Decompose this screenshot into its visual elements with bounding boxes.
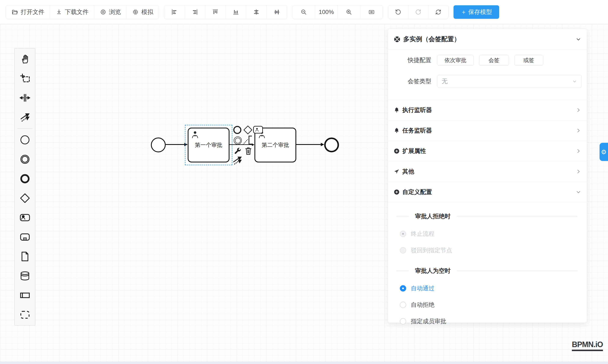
bpmn-io-logo[interactable]: BPMN.iO bbox=[572, 340, 603, 351]
lasso-tool-icon[interactable] bbox=[15, 69, 35, 88]
connect-tool-icon[interactable] bbox=[232, 155, 243, 166]
end-event[interactable] bbox=[324, 138, 339, 152]
align-left-icon bbox=[171, 9, 178, 15]
section-extended-properties[interactable]: 扩展属性 bbox=[388, 141, 587, 161]
zoom-reset-button[interactable] bbox=[360, 5, 383, 19]
preview-button[interactable]: 浏览 bbox=[94, 5, 127, 19]
radio-auto-pass[interactable]: 自动通过 bbox=[400, 284, 587, 293]
align-center-horizontal-button[interactable] bbox=[246, 5, 267, 19]
append-end-event-icon[interactable] bbox=[233, 126, 241, 134]
participant-pool-icon[interactable] bbox=[15, 286, 35, 305]
panel-title: 多实例（会签配置） bbox=[403, 35, 573, 43]
chevron-right-icon bbox=[576, 169, 581, 174]
sequence-flow-3[interactable] bbox=[296, 144, 321, 145]
zoom-out-button[interactable] bbox=[292, 5, 315, 19]
arrowhead bbox=[321, 143, 324, 146]
radio-terminate-process: 终止流程 bbox=[400, 229, 587, 238]
refresh-button[interactable] bbox=[428, 5, 448, 19]
append-text-annotation-icon[interactable] bbox=[242, 134, 253, 146]
radio-disabled bbox=[400, 247, 406, 254]
radio-unselected[interactable] bbox=[400, 302, 406, 308]
task-label: 第一个审批 bbox=[195, 141, 222, 149]
zoom-in-button[interactable] bbox=[338, 5, 360, 19]
quick-option-sequential[interactable]: 依次审批 bbox=[437, 55, 474, 65]
folder-open-icon bbox=[12, 9, 18, 15]
group-icon[interactable] bbox=[15, 305, 35, 325]
start-event[interactable] bbox=[151, 138, 166, 152]
sequence-flow-1[interactable] bbox=[166, 144, 185, 145]
save-model-button[interactable]: ＋ 保存模型 bbox=[453, 5, 499, 19]
task-label: 第二个审批 bbox=[262, 141, 289, 149]
radio-auto-reject[interactable]: 自动拒绝 bbox=[400, 300, 587, 309]
panel-sections: 执行监听器 任务监听器 扩展属性 bbox=[388, 100, 587, 202]
zoom-out-icon bbox=[300, 9, 307, 15]
radio-assign-member[interactable]: 指定成员审批 bbox=[400, 317, 587, 326]
sign-type-select[interactable]: 无 bbox=[437, 75, 582, 88]
save-model-label: 保存模型 bbox=[468, 8, 492, 16]
chevron-down-icon[interactable] bbox=[576, 37, 581, 42]
section-other[interactable]: 其他 bbox=[388, 161, 587, 182]
zoom-reset-1-1-icon bbox=[368, 9, 375, 15]
radio-label: 自动拒绝 bbox=[411, 301, 435, 309]
subprocess-icon[interactable] bbox=[15, 227, 35, 247]
align-bottom-button[interactable] bbox=[226, 5, 246, 19]
append-gateway-icon[interactable] bbox=[243, 125, 253, 135]
settings-tab[interactable]: ⚙ bbox=[600, 143, 608, 161]
quick-option-countersign[interactable]: 会签 bbox=[479, 55, 509, 65]
palette bbox=[14, 48, 35, 325]
hand-tool-icon[interactable] bbox=[15, 49, 35, 69]
properties-panel: 多实例（会签配置） 快捷配置 依次审批 会签 或签 会签类型 无 执行监听器 bbox=[388, 29, 587, 323]
file-button-group: 打开文件 下载文件 浏览 模拟 bbox=[6, 5, 159, 19]
start-event-icon[interactable] bbox=[15, 130, 35, 150]
zoom-button-group: 100% bbox=[292, 5, 383, 19]
radio-unselected[interactable] bbox=[400, 318, 406, 325]
plus-icon: ＋ bbox=[461, 8, 467, 16]
section-execution-listener[interactable]: 执行监听器 bbox=[388, 100, 587, 120]
simulate-button[interactable]: 模拟 bbox=[127, 5, 159, 19]
align-center-vertical-button[interactable] bbox=[267, 5, 287, 19]
redo-button[interactable] bbox=[408, 5, 428, 19]
section-task-listener[interactable]: 任务监听器 bbox=[388, 120, 587, 141]
data-object-icon[interactable] bbox=[15, 247, 35, 266]
bell-icon bbox=[394, 107, 400, 113]
toolbar: 打开文件 下载文件 浏览 模拟 bbox=[0, 0, 608, 24]
open-file-button[interactable]: 打开文件 bbox=[6, 5, 50, 19]
trash-delete-icon[interactable] bbox=[244, 146, 252, 156]
quick-config-label: 快捷配置 bbox=[407, 56, 431, 64]
wrench-change-type-icon[interactable] bbox=[233, 147, 242, 155]
section-custom-config[interactable]: 自定义配置 bbox=[388, 182, 587, 202]
palette-separator bbox=[17, 129, 33, 129]
bottom-scrollbar-strip[interactable] bbox=[0, 362, 608, 364]
task-first-approval[interactable]: 第一个审批 bbox=[188, 128, 229, 162]
align-center-horizontal-icon bbox=[253, 9, 260, 15]
global-connect-tool-icon[interactable] bbox=[15, 107, 35, 127]
align-right-button[interactable] bbox=[185, 5, 205, 19]
append-user-task-icon[interactable] bbox=[253, 126, 263, 133]
gear-icon: ⚙ bbox=[601, 148, 607, 156]
align-left-button[interactable] bbox=[164, 5, 185, 19]
align-top-button[interactable] bbox=[205, 5, 226, 19]
radio-disabled-selected bbox=[400, 231, 406, 237]
radio-selected[interactable] bbox=[400, 285, 406, 292]
radio-return-to-node: 驳回到指定节点 bbox=[400, 246, 587, 255]
intermediate-event-icon[interactable] bbox=[15, 150, 35, 169]
redo-icon bbox=[415, 9, 422, 15]
divider-reject-title: 审批人拒绝时 bbox=[397, 212, 577, 221]
panel-header[interactable]: 多实例（会签配置） bbox=[388, 29, 587, 50]
quick-option-orsign[interactable]: 或签 bbox=[514, 55, 543, 65]
space-tool-icon[interactable] bbox=[15, 88, 35, 107]
plus-circle-icon bbox=[394, 189, 400, 195]
user-task-icon[interactable] bbox=[15, 208, 35, 227]
bpmn-io-logo-text: BPMN.iO bbox=[572, 340, 603, 349]
zoom-level[interactable]: 100% bbox=[315, 5, 338, 19]
gateway-icon[interactable] bbox=[15, 188, 35, 208]
align-top-icon bbox=[212, 9, 219, 15]
end-event-icon[interactable] bbox=[15, 169, 35, 188]
undo-button[interactable] bbox=[388, 5, 408, 19]
data-store-icon[interactable] bbox=[15, 266, 35, 286]
zoom-level-value: 100% bbox=[319, 9, 334, 15]
download-file-button[interactable]: 下载文件 bbox=[50, 5, 94, 19]
chevron-right-icon bbox=[576, 128, 581, 133]
download-icon bbox=[56, 9, 62, 15]
append-intermediate-event-icon[interactable] bbox=[234, 136, 242, 144]
